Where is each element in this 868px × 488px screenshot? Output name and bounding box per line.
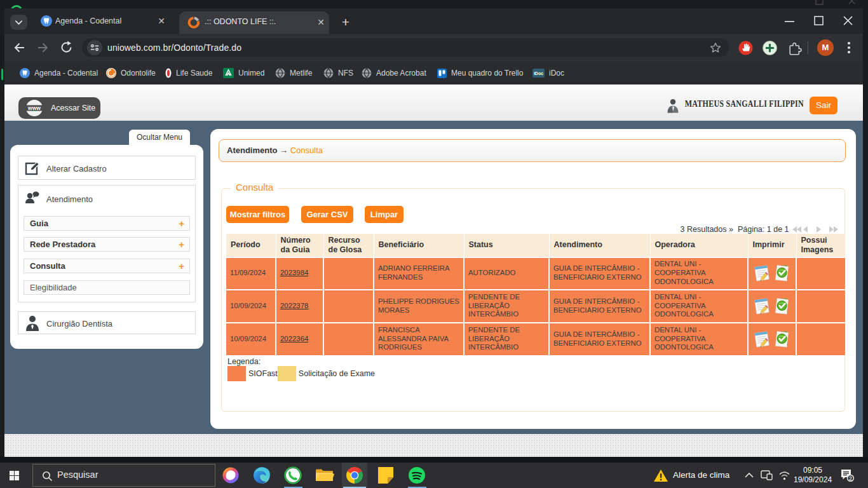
svg-text:iDoc: iDoc bbox=[534, 71, 543, 76]
svg-text:www: www bbox=[27, 105, 41, 111]
svg-text:2: 2 bbox=[849, 475, 852, 482]
